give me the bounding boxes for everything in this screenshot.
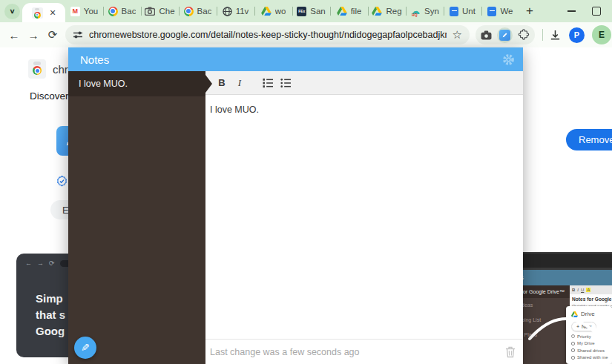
mini-format-toolbar: B I U A [570,285,612,294]
bullet-list-button[interactable] [280,78,294,88]
tab-cloudhq[interactable]: Syn [406,0,444,22]
mini-reload-icon [49,259,55,267]
drive-logo-row: Drive [571,311,612,317]
chevron-down-icon [9,7,15,16]
promo-screenshot-right: s for Google Drive™ deas ping List l Pla… [519,252,612,364]
toolbar-divider [542,29,543,41]
remove-extension-button[interactable]: Remove [566,129,612,150]
mini-note-active: for Google Drive™ [519,285,570,298]
browser-toolbar: chromewebstore.google.com/detail/notes-k… [0,22,612,47]
nav-discover[interactable]: Discover [30,90,69,102]
tab-drive-3[interactable]: Reg [368,0,406,22]
address-bar[interactable]: chromewebstore.google.com/detail/notes-k… [65,25,470,44]
extensions-puzzle-icon[interactable] [518,29,530,41]
cloudhq-icon [410,7,421,16]
account-badge[interactable]: E [592,25,611,44]
drive-item: My Drive [571,341,612,345]
drive-item-icon [571,342,575,345]
drive-item-icon [571,348,575,352]
new-note-button[interactable] [74,337,96,359]
docs-icon [450,7,458,16]
tab-gmail[interactable]: You [65,0,103,22]
note-editor-textarea[interactable]: I love MUO. [205,95,523,339]
chrome-web-store-favicon [32,7,43,19]
settings-gear-icon[interactable] [501,53,516,67]
promo-headline: Simp that s Goog [36,291,65,340]
drive-icon [372,7,382,16]
mini-note-item: ping List [519,313,570,328]
maximize-icon[interactable] [592,7,601,16]
drive-icon [571,311,578,317]
mini-note-item: deas [519,298,570,313]
tab-label: Reg [386,7,401,16]
site-info-icon[interactable] [73,30,83,39]
fex-icon [297,7,306,16]
last-change-status: Last change was a few seconds ago [210,347,505,357]
downloads-icon[interactable] [549,29,562,42]
camera-icon [145,7,155,16]
tab-chrome-2[interactable]: Bac [179,0,217,22]
tab-close-icon[interactable] [50,7,56,19]
popup-body: I love MUO. B I I love MUO. [68,71,523,364]
reload-button[interactable] [43,28,62,42]
mini-notes-header: s [519,270,612,285]
mini-back-icon [25,259,32,267]
browser-window: You Bac Che Bac 11v wo San file [0,0,612,364]
delete-note-trash-icon[interactable] [505,346,516,358]
minimize-icon[interactable] [567,10,576,12]
tab-chrome[interactable]: Bac [103,0,141,22]
verified-badge-icon [56,175,68,188]
notes-list-sidebar: I love MUO. [68,71,205,364]
tab-label: Bac [197,7,212,16]
drive-item: Shared drives [571,348,612,353]
tab-globe[interactable]: 11v [217,0,254,22]
tab-label: You [84,7,98,16]
mini-note-item: l Plans [519,328,570,343]
popup-header: Notes [68,47,523,71]
tab-label: Syn [424,7,439,16]
tab-label: 11v [236,7,249,16]
ordered-list-button[interactable] [263,78,276,88]
pinned-extensions [476,25,535,44]
tab-label: file [351,7,362,16]
back-button[interactable] [4,29,24,42]
tab-camera[interactable]: Che [141,0,179,22]
drive-item-icon [571,334,575,338]
forward-button[interactable] [24,29,43,42]
screenshot-extension-icon[interactable] [481,30,492,40]
url-text[interactable]: chromewebstore.google.com/detail/notes-k… [89,30,447,40]
notes-extension-active-highlight[interactable] [497,27,513,43]
bookmark-star-icon[interactable] [453,28,462,42]
italic-button[interactable]: I [233,77,246,89]
format-toolbar: B I [205,71,523,95]
tab-drive[interactable]: wo [254,0,292,22]
gmail-icon [70,7,80,16]
selected-note-pointer [205,75,212,93]
tab-label: Bac [122,7,136,16]
tab-label: San [310,7,325,16]
tab-search-button[interactable] [4,4,20,19]
tab-fex[interactable]: San [292,0,330,22]
mini-window-chrome [519,252,612,270]
profile-avatar[interactable]: P [569,27,585,43]
note-editor-panel: B I I love MUO. Last change was a few se… [205,71,523,364]
mini-forward-icon [37,259,44,267]
tab-drive-2[interactable]: file [330,0,368,22]
drive-item-icon [571,356,575,360]
drive-new-button: New [571,322,596,331]
chrome-icon [184,7,194,16]
note-label: I love MUO. [79,79,128,89]
chrome-web-store-logo [28,59,46,79]
notes-extension-popup: Notes I love MUO. B I [68,47,523,364]
tab-docs-2[interactable]: We [481,0,519,22]
mini-editor-title: Notes for Google D [572,297,612,302]
new-tab-button[interactable]: + [519,4,540,19]
tab-label: Unt [462,7,476,16]
store-brand[interactable]: chro [28,59,74,79]
tab-active-chrome-web-store[interactable] [22,3,65,22]
bold-button[interactable]: B [215,77,228,88]
tab-docs[interactable]: Unt [444,0,481,22]
note-list-item-selected[interactable]: I love MUO. [68,71,205,96]
drive-item: Priority [571,334,612,339]
popup-title: Notes [80,53,109,66]
